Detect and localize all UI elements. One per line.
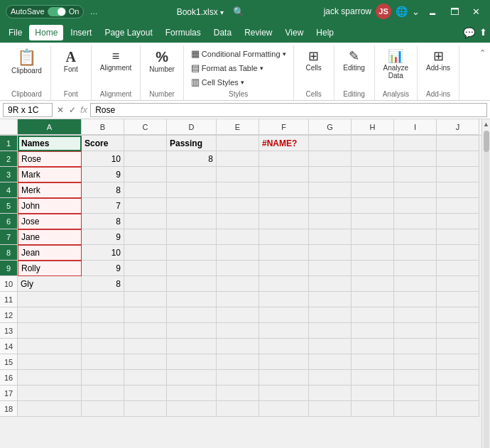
grid-cell[interactable]	[309, 167, 352, 182]
grid-cell[interactable]	[437, 182, 479, 198]
grid-cell[interactable]	[124, 182, 167, 198]
grid-cell[interactable]	[352, 182, 394, 198]
grid-cell[interactable]	[82, 292, 124, 307]
grid-cell[interactable]: Gly	[18, 276, 82, 292]
grid-cell[interactable]	[352, 136, 394, 151]
grid-cell[interactable]	[124, 261, 167, 276]
grid-cell[interactable]	[167, 182, 217, 198]
grid-cell[interactable]	[217, 354, 259, 370]
grid-cell[interactable]	[394, 151, 437, 167]
grid-cell[interactable]	[352, 292, 394, 307]
grid-cell[interactable]	[167, 167, 217, 182]
menu-page-layout[interactable]: Page Layout	[99, 25, 158, 40]
grid-cell[interactable]	[82, 401, 124, 417]
grid-cell[interactable]	[18, 370, 82, 386]
grid-cell[interactable]: 9	[82, 229, 124, 245]
grid-cell[interactable]	[167, 198, 217, 214]
menu-file[interactable]: File	[3, 25, 28, 40]
grid-cell[interactable]	[217, 151, 259, 167]
conditional-formatting-button[interactable]: ▦ Conditional Formatting ▾	[188, 47, 289, 60]
grid-cell[interactable]	[352, 214, 394, 229]
grid-cell[interactable]	[259, 386, 309, 401]
grid-cell[interactable]	[352, 167, 394, 182]
grid-cell[interactable]	[124, 339, 167, 354]
grid-cell[interactable]	[437, 401, 479, 417]
grid-cell[interactable]	[309, 229, 352, 245]
grid-cell[interactable]	[437, 354, 479, 370]
grid-cell[interactable]	[259, 229, 309, 245]
grid-cell[interactable]	[394, 229, 437, 245]
grid-cell[interactable]	[309, 307, 352, 323]
grid-cell[interactable]	[437, 323, 479, 339]
grid-cell[interactable]: 8	[82, 214, 124, 229]
grid-cell[interactable]	[352, 151, 394, 167]
cell-reference-box[interactable]	[3, 103, 53, 117]
dropdown-arrow[interactable]: ▾	[220, 9, 224, 16]
grid-cell[interactable]	[437, 167, 479, 182]
clipboard-button[interactable]: 📋 Clipboard	[7, 47, 46, 77]
grid-cell[interactable]	[437, 151, 479, 167]
grid-cell[interactable]	[309, 354, 352, 370]
grid-cell[interactable]	[82, 354, 124, 370]
scroll-up-button[interactable]: ▲	[481, 119, 490, 129]
grid-cell[interactable]: Jose	[18, 214, 82, 229]
grid-cell[interactable]	[309, 214, 352, 229]
grid-cell[interactable]	[217, 261, 259, 276]
grid-cell[interactable]	[437, 245, 479, 261]
grid-cell[interactable]	[217, 323, 259, 339]
quick-access-more[interactable]: …	[89, 7, 97, 16]
grid-cell[interactable]	[217, 292, 259, 307]
row-number[interactable]: 15	[0, 354, 18, 370]
grid-cell[interactable]	[437, 370, 479, 386]
grid-cell[interactable]	[352, 261, 394, 276]
grid-cell[interactable]	[82, 323, 124, 339]
autosave-toggle[interactable]	[48, 7, 66, 16]
grid-cell[interactable]: #NAME?	[259, 136, 309, 151]
grid-cell[interactable]	[394, 401, 437, 417]
grid-cell[interactable]	[82, 386, 124, 401]
grid-cell[interactable]	[352, 276, 394, 292]
row-number[interactable]: 4	[0, 182, 18, 198]
grid-cell[interactable]: Names	[18, 136, 82, 151]
grid-cell[interactable]	[82, 370, 124, 386]
grid-cell[interactable]	[217, 276, 259, 292]
grid-cell[interactable]	[352, 354, 394, 370]
cell-styles-button[interactable]: ▥ Cell Styles ▾	[188, 75, 289, 89]
grid-cell[interactable]	[352, 370, 394, 386]
grid-cell[interactable]	[352, 198, 394, 214]
grid-cell[interactable]	[394, 245, 437, 261]
row-number[interactable]: 14	[0, 339, 18, 354]
grid-cell[interactable]	[352, 307, 394, 323]
grid-cell[interactable]	[394, 339, 437, 354]
grid-cell[interactable]	[394, 261, 437, 276]
search-icon[interactable]: 🔍	[233, 6, 244, 17]
grid-cell[interactable]	[124, 323, 167, 339]
grid-cell[interactable]	[352, 401, 394, 417]
row-number[interactable]: 17	[0, 386, 18, 401]
col-header-d[interactable]: D	[167, 119, 217, 135]
grid-cell[interactable]	[217, 307, 259, 323]
grid-cell[interactable]	[124, 167, 167, 182]
format-as-table-button[interactable]: ▤ Format as Table ▾	[188, 61, 289, 75]
grid-cell[interactable]: 9	[82, 167, 124, 182]
minimize-button[interactable]: 🗕	[424, 6, 442, 17]
grid-cell[interactable]	[352, 245, 394, 261]
grid-cell[interactable]	[217, 136, 259, 151]
menu-insert[interactable]: Insert	[65, 25, 97, 40]
menu-home[interactable]: Home	[29, 25, 63, 40]
menu-data[interactable]: Data	[208, 25, 237, 40]
grid-cell[interactable]	[18, 292, 82, 307]
grid-cell[interactable]	[217, 229, 259, 245]
grid-cell[interactable]	[217, 401, 259, 417]
grid-cell[interactable]	[394, 307, 437, 323]
grid-cell[interactable]	[394, 386, 437, 401]
grid-cell[interactable]	[394, 182, 437, 198]
grid-cell[interactable]	[259, 261, 309, 276]
grid-cell[interactable]	[124, 245, 167, 261]
grid-cell[interactable]	[309, 276, 352, 292]
grid-cell[interactable]: 8	[167, 151, 217, 167]
grid-cell[interactable]	[259, 182, 309, 198]
grid-cell[interactable]	[18, 323, 82, 339]
col-header-e[interactable]: E	[217, 119, 259, 135]
grid-cell[interactable]	[394, 323, 437, 339]
